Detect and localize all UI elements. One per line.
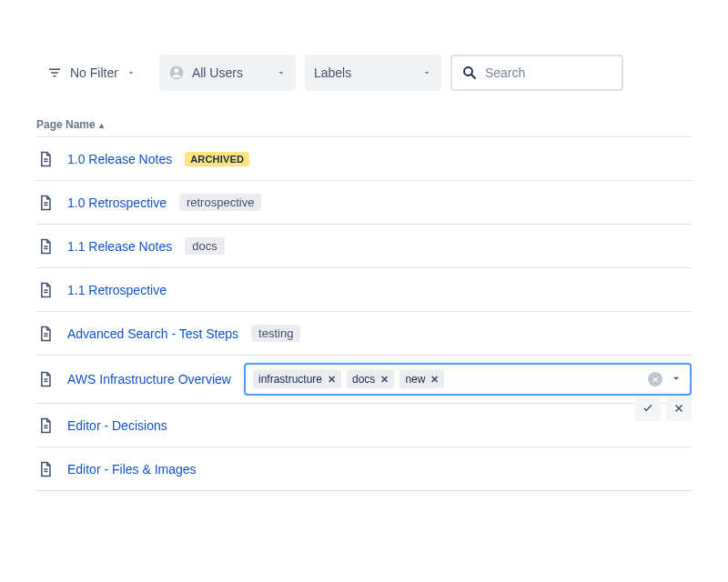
chevron-down-icon	[421, 67, 432, 78]
document-icon	[36, 281, 55, 299]
label-editor[interactable]: infrastructure✕docs✕new✕✕	[244, 363, 692, 396]
filter-label: No Filter	[70, 65, 118, 80]
chevron-down-icon	[126, 67, 136, 78]
remove-label-icon[interactable]: ✕	[328, 374, 336, 386]
column-header-label: Page Name	[36, 118, 96, 131]
users-label: All Users	[192, 65, 243, 80]
column-header-page-name[interactable]: Page Name ▴	[36, 113, 692, 137]
filter-icon	[46, 65, 63, 81]
svg-line-3	[471, 75, 475, 78]
chevron-down-icon	[276, 67, 287, 78]
table-row: AWS Infrastructure Overviewinfrastructur…	[36, 356, 692, 404]
page-link[interactable]: 1.1 Retrospective	[67, 283, 167, 297]
user-icon	[168, 65, 185, 81]
labels-label: Labels	[314, 65, 414, 80]
users-dropdown[interactable]: All Users	[159, 55, 296, 91]
label-chip[interactable]: new✕	[399, 370, 444, 388]
labels-dropdown[interactable]: Labels	[305, 55, 441, 91]
document-icon	[36, 150, 55, 168]
page-list: 1.0 Release NotesARCHIVED1.0 Retrospecti…	[36, 137, 692, 491]
table-row: Editor - Files & Images	[36, 447, 692, 491]
page-link[interactable]: 1.1 Release Notes	[67, 239, 172, 254]
label-editor-tags: infrastructure✕docs✕new✕	[253, 370, 444, 388]
label-chip[interactable]: docs✕	[347, 370, 394, 388]
page-link[interactable]: Editor - Decisions	[67, 418, 167, 433]
document-icon	[36, 237, 55, 256]
page-label[interactable]: docs	[185, 237, 224, 255]
document-icon	[36, 370, 55, 388]
filter-bar: No Filter All Users Labels	[36, 55, 692, 91]
chevron-down-icon[interactable]	[670, 372, 682, 387]
table-row: 1.1 Retrospective	[36, 268, 692, 312]
label-chip[interactable]: infrastructure✕	[253, 370, 341, 388]
page-label[interactable]: testing	[251, 325, 300, 342]
document-icon	[36, 416, 55, 435]
sort-asc-icon: ▴	[99, 120, 104, 130]
table-row: 1.0 Release NotesARCHIVED	[36, 137, 692, 181]
document-icon	[36, 325, 55, 343]
svg-point-1	[175, 68, 179, 73]
clear-all-icon[interactable]: ✕	[648, 372, 662, 386]
document-icon	[36, 460, 55, 478]
table-row: 1.0 Retrospectiveretrospective	[36, 181, 692, 225]
table-row: Editor - Decisions	[36, 404, 692, 447]
search-icon	[461, 65, 478, 81]
remove-label-icon[interactable]: ✕	[430, 374, 439, 386]
search-input[interactable]: Search	[450, 55, 623, 91]
filter-dropdown[interactable]: No Filter	[36, 55, 150, 91]
remove-label-icon[interactable]: ✕	[380, 374, 389, 386]
page-link[interactable]: Editor - Files & Images	[67, 462, 197, 477]
page-link[interactable]: Advanced Search - Test Steps	[67, 326, 238, 341]
label-chip-text: new	[405, 373, 425, 386]
label-chip-text: docs	[352, 373, 375, 386]
page-link[interactable]: AWS Infrastructure Overview	[67, 372, 231, 386]
document-icon	[36, 194, 55, 212]
page-link[interactable]: 1.0 Release Notes	[67, 152, 172, 166]
label-chip-text: infrastructure	[258, 373, 322, 386]
table-row: 1.1 Release Notesdocs	[36, 225, 692, 268]
page-label[interactable]: retrospective	[179, 194, 261, 211]
search-placeholder: Search	[485, 65, 525, 80]
page-link[interactable]: 1.0 Retrospective	[67, 196, 167, 210]
table-row: Advanced Search - Test Stepstesting	[36, 312, 692, 356]
archived-badge: ARCHIVED	[185, 152, 249, 166]
